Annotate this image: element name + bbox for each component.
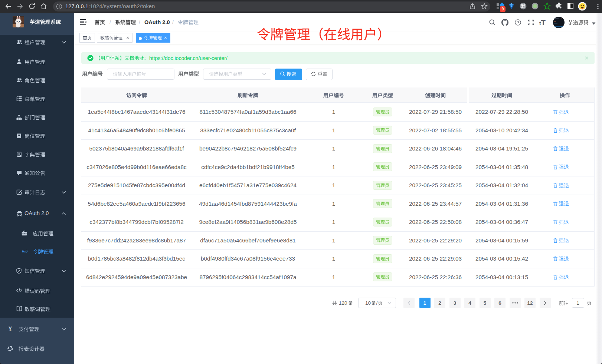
svg-text:a: a bbox=[24, 250, 26, 253]
svg-text:¥: ¥ bbox=[9, 326, 12, 332]
